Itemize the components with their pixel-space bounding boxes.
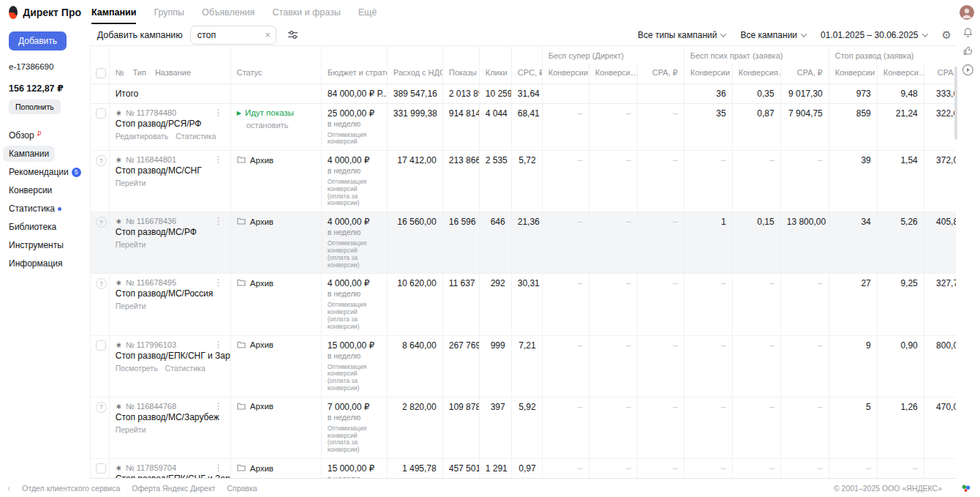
col-header-clicks[interactable]: Клики	[479, 63, 511, 83]
metric-conv1: –	[542, 151, 589, 212]
campaign-type-filter-dropdown[interactable]: Все типы кампаний	[638, 30, 725, 40]
row-checkbox[interactable]	[96, 463, 106, 474]
strategy-name: Оптимизация конверсий (оплата за конверс…	[328, 179, 381, 207]
chevron-down-icon	[801, 31, 807, 37]
campaign-action-link[interactable]: Перейти	[116, 240, 146, 249]
help-icon[interactable]: ?	[96, 402, 107, 413]
notifications-bell-button[interactable]	[962, 27, 973, 38]
kebab-menu-icon[interactable]: ⋮	[214, 402, 225, 411]
topup-button[interactable]: Пополнить	[9, 100, 61, 114]
metric-convr3: 21,24	[877, 103, 924, 151]
campaign-name[interactable]: Стоп развод/ЕПК/СНГ и Зарубеж	[116, 351, 225, 361]
campaign-action-link[interactable]: Статистика	[176, 132, 216, 141]
col-header-conversions-1[interactable]: Конверсии	[542, 63, 589, 83]
select-all-checkbox[interactable]	[96, 68, 106, 78]
row-checkbox[interactable]	[96, 340, 106, 351]
sidebar-item-overview[interactable]: Обзор₽	[3, 127, 47, 143]
campaign-name[interactable]: Стоп развод/МС/Зарубеж	[116, 412, 225, 422]
search-input[interactable]	[197, 30, 261, 40]
footer-link-offer[interactable]: Оферта Яндекс Директ	[132, 484, 215, 493]
campaign-name[interactable]: Стоп развод/МС/Россия	[116, 288, 225, 299]
footer-link-support[interactable]: Отдел клиентского сервиса	[22, 484, 120, 493]
metrika-widget-icon[interactable]	[961, 483, 971, 493]
sidebar-item-statistics[interactable]: Статистика	[3, 201, 67, 217]
collapse-sidebar-chevron-icon[interactable]: ‹	[7, 482, 10, 493]
campaign-name[interactable]: Стоп развод/МС/РФ	[116, 227, 225, 237]
campaign-action-links: Перейти	[116, 240, 225, 249]
tab-bids-phrases[interactable]: Ставки и фразы	[272, 0, 340, 24]
metric-convr3: –	[877, 459, 924, 479]
add-campaign-button[interactable]: Добавить кампанию	[97, 30, 183, 40]
kebab-menu-icon[interactable]: ⋮	[214, 278, 225, 287]
campaign-name-cell: ∗№ 116678436⋮Стоп развод/МС/РФПерейти	[109, 212, 230, 274]
tab-groups[interactable]: Группы	[154, 0, 184, 24]
col-header-conv-rate-1[interactable]: Конверси…	[589, 63, 637, 83]
search-box: ×	[190, 26, 276, 45]
help-icon[interactable]: ?	[96, 217, 107, 228]
col-header-conv-rate-2[interactable]: Конверсия…	[732, 63, 780, 83]
col-header-conversions-3[interactable]: Конверсии	[829, 63, 877, 83]
kebab-menu-icon[interactable]: ⋮	[214, 108, 225, 117]
col-header-cpc[interactable]: CPC, ₽	[511, 63, 542, 83]
row-checkbox[interactable]	[96, 108, 106, 119]
metric-cpc: 5,72	[511, 151, 542, 212]
metric-impressions: 109 878	[442, 397, 479, 458]
tab-campaigns[interactable]: Кампании	[91, 0, 136, 24]
campaign-name[interactable]: Стоп развод/МС/СНГ	[116, 165, 225, 176]
campaign-action-link[interactable]: Посмотреть	[116, 364, 158, 373]
tab-more[interactable]: Ещё	[358, 0, 377, 24]
summary-budget: 84 000,00 ₽ Р...	[328, 89, 381, 99]
campaign-action-link[interactable]: Перейти	[116, 425, 146, 434]
campaign-action-link[interactable]: Перейти	[116, 302, 146, 310]
col-header-impressions[interactable]: Показы	[442, 63, 479, 83]
metric-cpc: 21,36	[511, 212, 542, 274]
sidebar-item-library[interactable]: Библиотека	[3, 219, 62, 235]
feedback-button[interactable]	[962, 45, 973, 56]
sidebar-item-tools[interactable]: Инструменты	[3, 237, 69, 253]
user-avatar[interactable]	[960, 5, 974, 20]
status-archive: Архив	[237, 278, 315, 288]
sidebar-item-conversions[interactable]: Конверсии	[3, 182, 58, 198]
sidebar-item-recommendations[interactable]: Рекомендации5	[3, 164, 87, 180]
campaign-name[interactable]: Стоп развод/РСЯ/РФ	[116, 119, 225, 129]
stop-campaign-link[interactable]: остановить	[246, 121, 315, 130]
kebab-menu-icon[interactable]: ⋮	[214, 155, 225, 164]
col-header-cpa-3[interactable]: CPA, ₽	[924, 63, 956, 83]
sidebar-item-campaigns[interactable]: Кампании	[3, 146, 55, 162]
sidebar-item-information[interactable]: Информация	[3, 255, 68, 272]
budget-period: в неделю	[328, 228, 381, 237]
vertical-scrollbar-thumb[interactable]	[954, 67, 957, 140]
add-button[interactable]: Добавить	[9, 31, 67, 51]
date-range-picker[interactable]: 01.01.2025 – 30.06.2025	[821, 30, 927, 40]
metric-cpa1: –	[637, 274, 684, 335]
tab-ads[interactable]: Объявления	[202, 0, 255, 24]
video-tutorials-button[interactable]	[962, 64, 974, 76]
col-header-cpa-2[interactable]: CPA, ₽	[780, 63, 829, 83]
table-settings-gear-icon[interactable]: ⚙	[942, 29, 951, 42]
campaign-filter-dropdown[interactable]: Все кампании	[740, 30, 806, 40]
col-header-spend[interactable]: Расход с НДС, ₽ ↓	[387, 63, 442, 83]
campaign-action-link[interactable]: Редактировать	[116, 132, 169, 141]
col-header-cpa-1[interactable]: CPA, ₽	[637, 63, 684, 83]
campaign-action-links: Перейти	[116, 425, 225, 434]
campaign-action-link[interactable]: Статистика	[165, 364, 206, 373]
copyright-text: © 2001–2025 ООО «ЯНДЕКС»	[834, 484, 942, 493]
footer-link-help[interactable]: Справка	[227, 484, 257, 493]
summary-budget-cell: 84 000,00 ₽ Р...	[321, 83, 387, 103]
campaign-action-link[interactable]: Перейти	[116, 179, 146, 187]
filter-button[interactable]	[284, 26, 303, 45]
metric-convr2: –	[732, 459, 780, 479]
metric-cpa3: 322,08	[924, 103, 956, 151]
help-icon[interactable]: ?	[96, 155, 107, 166]
col-header-conversions-2[interactable]: Конверсии	[684, 63, 732, 83]
clear-search-icon[interactable]: ×	[265, 30, 271, 40]
metric-convr2: –	[732, 397, 780, 458]
help-icon[interactable]: ?	[96, 278, 107, 289]
kebab-menu-icon[interactable]: ⋮	[214, 217, 225, 225]
metric-cpa3: 327,78	[924, 274, 956, 335]
kebab-menu-icon[interactable]: ⋮	[214, 463, 225, 472]
kebab-menu-icon[interactable]: ⋮	[214, 340, 225, 349]
campaign-name[interactable]: Стоп развод/ЕПК/СНГ и Зарубеж	[116, 474, 225, 479]
col-header-conv-rate-3[interactable]: Конверси…	[877, 63, 924, 83]
metric-convr1: –	[589, 151, 637, 212]
